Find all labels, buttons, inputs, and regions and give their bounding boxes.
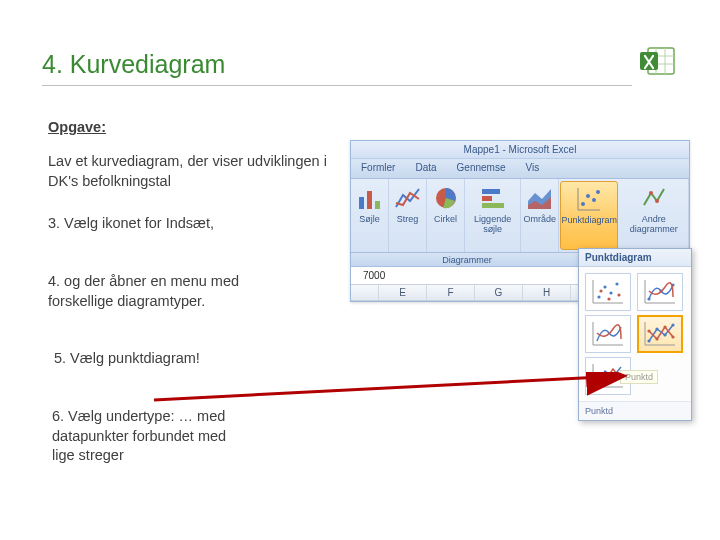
charts-ribbon-group: Søjle Streg Cirkel Liggende søjle Område	[351, 179, 689, 253]
svg-point-19	[592, 198, 596, 202]
svg-point-44	[671, 323, 674, 326]
callout-arrow-icon	[152, 372, 637, 402]
chart-label: Liggende søjle	[468, 215, 517, 235]
chart-type-other[interactable]: Andre diagrammer	[619, 179, 689, 252]
scatter-option-straight-markers[interactable]	[637, 315, 683, 353]
hbar-chart-icon	[478, 183, 508, 213]
scatter-dropdown: Punktdiagram Punktd	[578, 248, 692, 421]
column-chart-icon	[355, 183, 385, 213]
task-description: Lav et kurvediagram, der viser udvikling…	[48, 152, 333, 191]
svg-rect-7	[367, 191, 372, 209]
svg-point-21	[649, 191, 653, 195]
tab-vis[interactable]: Vis	[516, 159, 550, 178]
svg-point-34	[647, 297, 650, 300]
chart-label: Punktdiagram	[562, 216, 618, 226]
chart-label: Streg	[397, 215, 419, 225]
svg-point-26	[603, 285, 606, 288]
svg-point-45	[647, 329, 650, 332]
tab-gennemse[interactable]: Gennemse	[447, 159, 516, 178]
scatter-tooltip: Punktd	[620, 370, 658, 384]
svg-point-31	[617, 293, 620, 296]
svg-point-17	[581, 202, 585, 206]
svg-rect-6	[359, 197, 364, 209]
chart-type-area[interactable]: Område	[521, 179, 559, 252]
pie-chart-icon	[431, 183, 461, 213]
step-5: 5. Vælg punktdiagram!	[54, 349, 204, 369]
svg-point-42	[655, 327, 658, 330]
slide-title: 4. Kurvediagram	[42, 50, 632, 86]
chart-label: Cirkel	[434, 215, 457, 225]
svg-line-52	[154, 376, 622, 400]
svg-point-29	[599, 289, 602, 292]
chart-label: Andre diagrammer	[622, 215, 685, 235]
formula-value: 7000	[351, 270, 385, 281]
svg-rect-11	[482, 196, 492, 201]
step-4: 4. og der åbner en menu med forskellige …	[48, 272, 268, 311]
scatter-chart-icon	[574, 184, 604, 214]
scatter-option-smooth-markers[interactable]	[637, 273, 683, 311]
col-header-e[interactable]: E	[379, 285, 427, 300]
tab-data[interactable]: Data	[405, 159, 446, 178]
chart-type-pie[interactable]: Cirkel	[427, 179, 465, 252]
chart-label: Område	[524, 215, 557, 225]
step-6: 6. Vælg undertype: … med datapunkter for…	[52, 407, 232, 466]
scatter-option-markers-only[interactable]	[585, 273, 631, 311]
svg-point-22	[655, 199, 659, 203]
svg-point-25	[597, 295, 600, 298]
svg-rect-12	[482, 203, 504, 208]
col-header-blank	[351, 285, 379, 300]
svg-point-46	[655, 337, 658, 340]
col-header-h[interactable]: H	[523, 285, 571, 300]
other-charts-icon	[639, 183, 669, 213]
col-header-g[interactable]: G	[475, 285, 523, 300]
svg-point-30	[607, 297, 610, 300]
svg-point-47	[663, 325, 666, 328]
dropdown-title: Punktdiagram	[579, 249, 691, 267]
svg-point-20	[596, 190, 600, 194]
tab-formler[interactable]: Formler	[351, 159, 405, 178]
chart-type-scatter[interactable]: Punktdiagram	[560, 181, 618, 250]
svg-point-43	[663, 333, 666, 336]
chart-label: Søjle	[359, 215, 380, 225]
svg-point-18	[586, 194, 590, 198]
dropdown-all-types[interactable]: Punktd	[579, 401, 691, 420]
chart-type-bar[interactable]: Liggende søjle	[465, 179, 521, 252]
svg-point-28	[615, 282, 618, 285]
col-header-f[interactable]: F	[427, 285, 475, 300]
svg-rect-10	[482, 189, 500, 194]
area-chart-icon	[525, 183, 555, 213]
svg-point-48	[671, 335, 674, 338]
excel-logo-icon	[638, 40, 678, 80]
ribbon-tabs: Formler Data Gennemse Vis	[351, 159, 689, 179]
scatter-option-smooth-lines[interactable]	[585, 315, 631, 353]
svg-rect-8	[375, 201, 380, 209]
chart-type-line[interactable]: Streg	[389, 179, 427, 252]
window-title: Mappe1 - Microsoft Excel	[351, 141, 689, 159]
group-label-diagrammer: Diagrammer	[351, 253, 583, 266]
line-chart-icon	[393, 183, 423, 213]
svg-point-27	[609, 291, 612, 294]
chart-type-column[interactable]: Søjle	[351, 179, 389, 252]
opgave-heading: Opgave:	[48, 118, 106, 138]
svg-point-41	[647, 339, 650, 342]
step-3: 3. Vælg ikonet for Indsæt,	[48, 214, 268, 234]
